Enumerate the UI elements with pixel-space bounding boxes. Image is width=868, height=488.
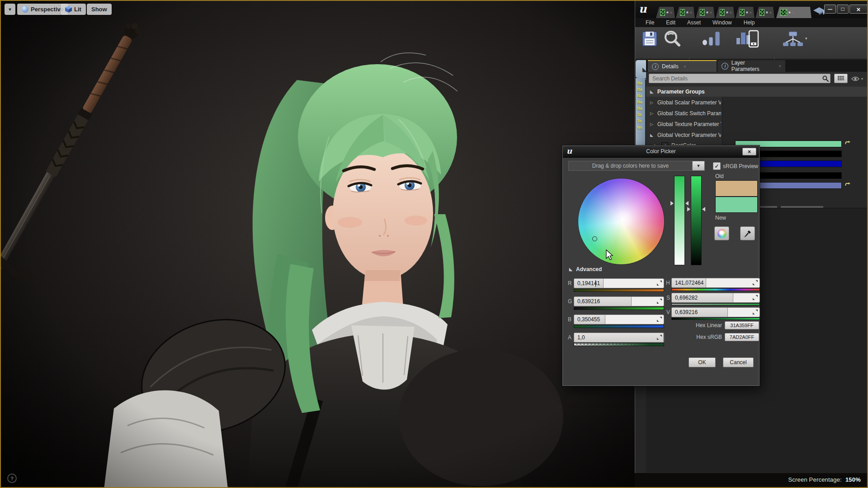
asset-tab[interactable]: *× [736,7,755,18]
hex-linear-label: Hex Linear [677,322,722,328]
close-icon[interactable]: × [710,10,712,15]
saturation-slider[interactable] [674,176,685,265]
panel-title-bar[interactable]: u *× *× *× *× *× *× [635,1,868,18]
browse-icon[interactable] [663,30,681,48]
chevron-down-icon[interactable]: ▾ [805,36,807,41]
show-menu-button[interactable]: Show [87,4,112,15]
tree-row-global-scalar[interactable]: ▷ Global Scalar Parameter Val [646,98,721,108]
v-value-field[interactable]: 0,639216 [671,307,760,317]
perspective-icon [22,6,28,13]
chevron-down-icon[interactable]: ▼ [692,161,704,170]
close-button[interactable]: × [849,5,868,14]
close-icon[interactable]: × [670,10,672,15]
srgb-preview-checkbox[interactable]: ✓ [713,162,721,170]
display-grid-button[interactable] [834,74,848,83]
h-gradient-bar[interactable] [671,288,760,291]
close-button[interactable]: × [742,148,756,155]
panel-toolbar: Save Browse Params [635,27,868,59]
hex-linear-field[interactable]: 31A359FF [725,321,759,329]
close-icon[interactable]: × [769,10,772,15]
eye-icon [851,76,859,81]
minimize-button[interactable]: — [824,5,836,14]
tutorial-cap-icon[interactable] [813,7,825,16]
viewport-options-dropdown[interactable]: ▾ [5,4,15,15]
new-color-swatch[interactable] [715,197,758,213]
menu-help[interactable]: Help [738,19,761,26]
chevron-down-icon: ▾ [861,77,863,81]
reset-to-default-icon[interactable] [844,182,851,189]
menu-window[interactable]: Window [707,19,738,26]
advanced-expander[interactable]: ◣ Advanced [569,266,602,272]
close-icon[interactable]: × [750,10,752,15]
tree-row-global-vector[interactable]: ◣ Global Vector Parameter Va [646,130,721,140]
close-icon[interactable]: × [730,10,732,15]
asset-tab-active[interactable]: *× [776,7,811,18]
old-color-swatch[interactable] [715,180,758,197]
lit-mode-button[interactable]: Lit [61,4,86,15]
close-icon[interactable]: × [792,10,794,15]
scale-handle-icon [753,280,758,285]
h-value-field[interactable]: 141,072464 [671,278,760,288]
menu-edit[interactable]: Edit [660,19,681,26]
search-input[interactable] [649,74,830,83]
a-value-field[interactable]: 1,0 [574,333,664,343]
help-icon[interactable]: ? [7,474,17,483]
eyedropper-button[interactable] [740,226,755,240]
expanded-arrow-icon: ◣ [650,89,654,94]
reset-to-default-icon[interactable] [844,141,851,147]
s-gradient-bar[interactable] [671,303,760,305]
cancel-button[interactable]: Cancel [723,357,754,367]
theme-dropdown[interactable]: Drag & drop colors here to save ▼ [568,161,705,171]
s-value-field[interactable]: 0,696282 [671,293,760,303]
r-value-field[interactable]: 0,194141 [574,278,664,288]
hex-srgb-field[interactable]: 7AD2A0FF [725,333,759,341]
hierarchy-icon[interactable] [783,31,803,47]
platform-stats-icon[interactable] [736,30,760,48]
asset-tab[interactable]: *× [676,7,695,18]
color-wheel-mode-button[interactable] [714,226,729,240]
maximize-button[interactable]: □ [837,5,849,14]
close-icon[interactable]: × [690,10,692,15]
save-icon[interactable] [642,31,658,47]
slider-handle[interactable] [702,207,705,211]
asset-tab[interactable]: *× [755,7,774,18]
tree-row-global-texture[interactable]: ▷ Global Texture Parameter V [646,119,721,129]
screen-percentage-stat: Screen Percentage:150% [788,476,861,483]
ok-button[interactable]: OK [689,357,716,367]
b-gradient-bar[interactable] [574,325,664,328]
tab-layer-parameters[interactable]: i Layer Parameters × [717,60,785,72]
dialog-title-bar[interactable]: u Color Picker × [563,146,759,158]
asset-tab[interactable]: *× [716,7,735,18]
lit-cube-icon [65,6,72,13]
tree-row-global-static-switch[interactable]: ▷ Global Static Switch Parame [646,108,721,118]
parameter-groups-header[interactable]: ◣ Parameter Groups [646,87,868,97]
scale-handle-icon [657,335,662,340]
scale-handle-icon [657,281,662,286]
a-gradient-bar[interactable] [574,343,664,346]
asset-tab[interactable]: *× [696,7,715,18]
slider-handle[interactable] [687,207,690,211]
close-icon[interactable]: × [684,64,686,69]
expanded-arrow-icon: ◣ [650,133,654,137]
viewport-3d[interactable]: ▾ Perspective Lit Show ? [1,1,635,488]
v-gradient-bar[interactable] [671,318,760,320]
params-icon[interactable] [701,31,721,47]
menu-asset[interactable]: Asset [681,19,707,26]
view-options-button[interactable]: ▾ [851,74,868,83]
tab-details[interactable]: i Details × [648,60,717,72]
docked-panel-strip[interactable]: Ba Ba Ba Ba Ba Te Te Ns [636,78,645,150]
material-instance-icon [720,9,725,16]
asset-tab[interactable]: *× [656,7,675,18]
g-value-field[interactable]: 0,639216 [574,296,664,306]
slider-handle[interactable] [670,201,674,206]
r-gradient-bar[interactable] [574,289,664,292]
collapsed-arrow-icon: ▷ [650,111,654,116]
close-icon[interactable]: × [778,64,781,69]
menu-file[interactable]: File [640,19,660,26]
value-slider[interactable] [691,176,702,265]
g-gradient-bar[interactable] [574,307,664,310]
slider-handle[interactable] [685,201,689,206]
color-wheel-icon [717,229,726,238]
color-wheel[interactable] [578,178,664,264]
b-value-field[interactable]: 0,350455 [574,314,664,324]
